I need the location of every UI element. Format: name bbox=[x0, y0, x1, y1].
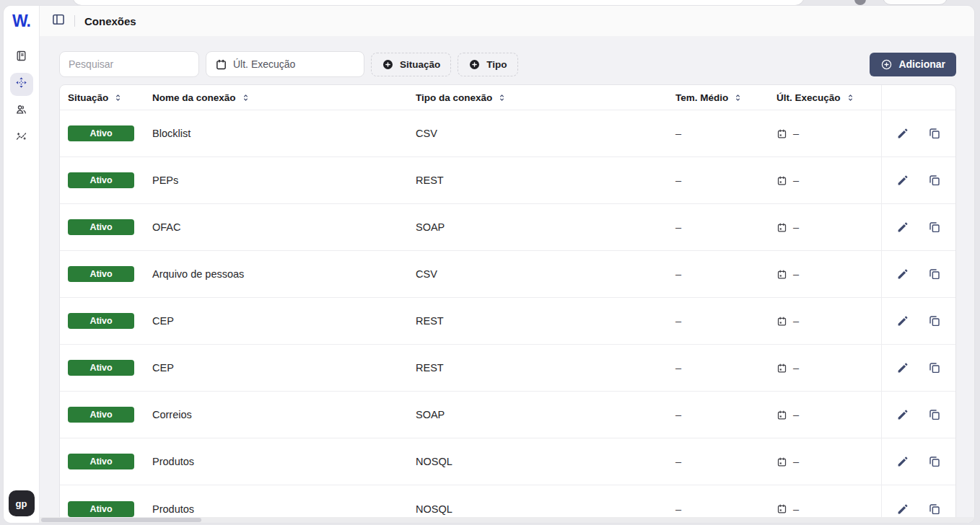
pencil-icon bbox=[896, 361, 909, 374]
column-header-type[interactable]: Tipo da conexão bbox=[416, 85, 675, 110]
last-execution-value: – bbox=[793, 268, 799, 280]
main-area: Conexões bbox=[40, 6, 974, 523]
add-button[interactable]: Adicionar bbox=[870, 53, 956, 76]
column-header-status[interactable]: Situação bbox=[60, 85, 152, 110]
sidebar-item-users[interactable] bbox=[10, 100, 33, 123]
sort-icon bbox=[846, 93, 855, 102]
column-header-last-execution[interactable]: Últ. Execução bbox=[776, 85, 881, 110]
type-filter-chip[interactable]: Tipo bbox=[458, 53, 517, 76]
add-button-label: Adicionar bbox=[898, 58, 945, 70]
status-badge: Ativo bbox=[68, 313, 134, 329]
status-badge: Ativo bbox=[68, 407, 134, 423]
copy-icon-button[interactable] bbox=[927, 314, 942, 328]
copy-icon-button[interactable] bbox=[927, 407, 942, 422]
sidebar-item-connections[interactable] bbox=[10, 73, 33, 96]
status-badge: Ativo bbox=[68, 125, 134, 141]
calendar-icon bbox=[776, 269, 787, 280]
last-execution-filter bbox=[206, 51, 364, 77]
page-title: Conexões bbox=[84, 15, 136, 27]
last-execution-cell: – bbox=[776, 175, 881, 186]
edit-button[interactable] bbox=[896, 173, 910, 188]
status-chip-label: Situação bbox=[400, 59, 440, 70]
table-row: Ativo OFAC SOAP – bbox=[60, 204, 955, 251]
edit-button[interactable] bbox=[896, 361, 910, 375]
status-cell: Ativo bbox=[60, 219, 152, 235]
pencil-icon bbox=[896, 314, 909, 327]
copy-icon-button[interactable] bbox=[927, 502, 942, 516]
table-row: Ativo CEP REST – bbox=[60, 345, 955, 392]
avg-time-cell: – bbox=[675, 503, 776, 515]
copy-icon-button[interactable] bbox=[927, 454, 942, 469]
copy-icon-button[interactable] bbox=[927, 220, 942, 234]
copy-icon bbox=[928, 408, 941, 421]
sidebar-toggle-button[interactable] bbox=[50, 12, 67, 30]
last-execution-value: – bbox=[793, 315, 799, 327]
connection-name-cell: CEP bbox=[152, 362, 416, 374]
edit-button[interactable] bbox=[896, 126, 910, 141]
plus-circle-outline-icon bbox=[880, 58, 893, 71]
pencil-icon bbox=[896, 268, 909, 281]
table-row: Ativo Produtos NOSQL – bbox=[60, 438, 955, 485]
copy-icon bbox=[928, 221, 941, 234]
edit-button[interactable] bbox=[896, 454, 910, 469]
copy-icon-button[interactable] bbox=[927, 361, 942, 375]
edit-button[interactable] bbox=[896, 220, 910, 234]
edit-button[interactable] bbox=[896, 267, 910, 281]
sort-icon bbox=[733, 93, 743, 102]
pencil-icon bbox=[896, 127, 909, 140]
sidebar-item-library[interactable] bbox=[10, 46, 33, 69]
sidebar-item-insights[interactable] bbox=[10, 126, 33, 149]
column-header-name[interactable]: Nome da conexão bbox=[152, 85, 416, 110]
avg-time-cell: – bbox=[675, 456, 776, 467]
pencil-icon bbox=[896, 455, 909, 468]
content-area: Situação Tipo bbox=[40, 36, 974, 523]
table-row: Ativo Correios SOAP – bbox=[60, 392, 955, 438]
column-header-avg-time[interactable]: Tem. Médio bbox=[675, 85, 776, 110]
copy-icon bbox=[928, 127, 941, 140]
connection-name-cell: CEP bbox=[152, 315, 416, 327]
status-cell: Ativo bbox=[60, 501, 152, 517]
connection-type-cell: NOSQL bbox=[416, 456, 675, 467]
calendar-icon bbox=[776, 503, 787, 514]
sidebar-nav bbox=[10, 46, 33, 149]
edit-button[interactable] bbox=[896, 314, 910, 328]
actions-cell bbox=[881, 438, 955, 485]
calendar-icon bbox=[776, 363, 787, 374]
actions-cell bbox=[881, 251, 955, 297]
pencil-icon bbox=[896, 503, 909, 516]
users-icon bbox=[15, 103, 27, 118]
table-row: Ativo Blocklist CSV – bbox=[60, 110, 955, 157]
status-cell: Ativo bbox=[60, 266, 152, 282]
user-avatar[interactable]: gp bbox=[9, 490, 35, 516]
connection-name-cell: Blocklist bbox=[152, 128, 416, 139]
table-row: Ativo Arquivo de pessoas CSV – bbox=[60, 251, 955, 298]
browser-avatar-remnant bbox=[854, 0, 866, 5]
copy-icon-button[interactable] bbox=[927, 267, 942, 281]
status-badge: Ativo bbox=[68, 501, 134, 517]
actions-cell bbox=[881, 392, 955, 438]
status-filter-chip[interactable]: Situação bbox=[371, 53, 451, 76]
actions-cell bbox=[881, 298, 955, 344]
copy-icon-button[interactable] bbox=[927, 126, 942, 141]
calendar-icon bbox=[776, 456, 787, 467]
copy-icon bbox=[928, 174, 941, 187]
edit-button[interactable] bbox=[896, 407, 910, 422]
avg-time-cell: – bbox=[675, 175, 776, 186]
search-input[interactable] bbox=[69, 58, 190, 70]
calendar-icon bbox=[776, 316, 787, 327]
connection-name-cell: PEPs bbox=[152, 175, 416, 186]
last-execution-input[interactable] bbox=[233, 58, 355, 70]
calendar-icon bbox=[776, 410, 787, 420]
avg-time-cell: – bbox=[675, 315, 776, 327]
status-badge: Ativo bbox=[68, 454, 134, 469]
horizontal-scrollbar-thumb[interactable] bbox=[41, 518, 201, 522]
copy-icon bbox=[928, 455, 941, 468]
last-execution-value: – bbox=[793, 221, 799, 233]
edit-button[interactable] bbox=[896, 502, 910, 516]
copy-icon-button[interactable] bbox=[927, 173, 942, 188]
connection-name-cell: Correios bbox=[152, 409, 416, 420]
last-execution-value: – bbox=[793, 362, 799, 374]
pencil-icon bbox=[896, 174, 909, 187]
table-body: Ativo Blocklist CSV – bbox=[60, 110, 955, 523]
table-row: Ativo PEPs REST – bbox=[60, 157, 955, 204]
